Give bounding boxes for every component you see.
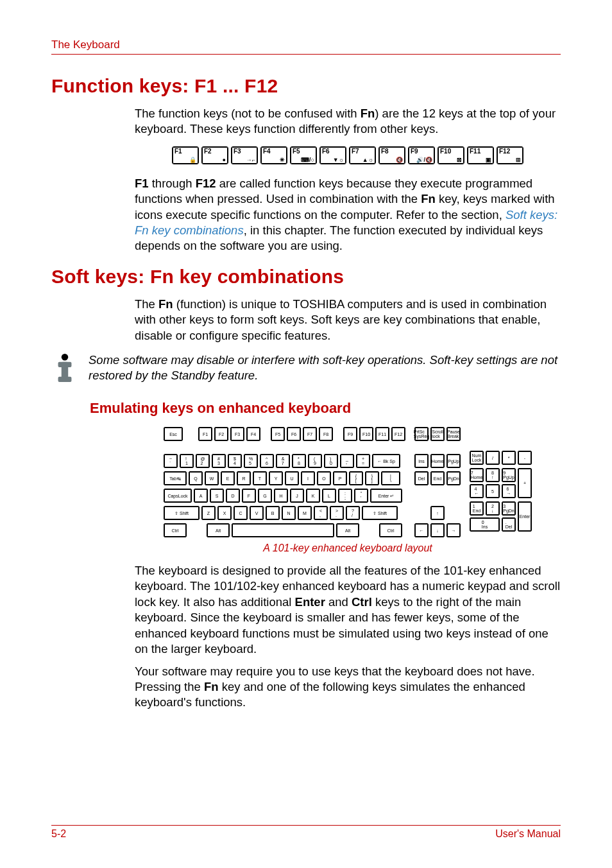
key: D [226,489,240,503]
heading-soft-keys: Soft keys: Fn key combinations [51,266,561,288]
key: !1 [180,454,194,468]
para-soft-intro: The Fn (function) is unique to TOSHIBA c… [135,297,561,343]
key: ~` [164,454,178,468]
key: F10 [359,427,373,441]
key: X [217,506,232,520]
text: The function keys (not to be confused wi… [135,107,361,120]
key: F1 [198,427,212,441]
text-f12: F12 [196,177,216,190]
key: ^6 [260,454,274,468]
key: (9 [308,454,322,468]
key: >. [330,506,344,520]
header-rule [51,54,561,55]
text: (function) is unique to TOSHIBA computer… [135,297,547,342]
key: ↓ [430,523,445,537]
key: 7Home [470,468,484,482]
key: PgDn [446,471,461,485]
text: and [325,595,352,609]
key: ← Bk Sp [372,454,400,468]
function-key-row-illustration: F1🔒F2●F3→⌐F4✳F5⌨/○F6▼☼F7▲☼F8🔇F9🔊/🔇F10⊠F1… [135,146,561,164]
key: ⇧ Shift [362,506,398,520]
key: Alt [207,523,230,537]
key: .Del [502,517,516,532]
key: 3PgDn [502,501,516,516]
key: $4 [228,454,242,468]
key: B [266,506,280,520]
key: Enter ↵ [370,489,402,503]
text-fn: Fn [204,680,219,693]
key: + [518,468,532,498]
key: Y [269,471,283,485]
key: _- [340,454,354,468]
key: {[ [349,471,363,485]
key: PrtScSysReq [414,427,429,441]
key: 8↑ [486,468,500,482]
key: F11 [375,427,389,441]
key: }] [365,471,379,485]
key: V [250,506,264,520]
key: F5 [271,427,285,441]
text-ctrl: Ctrl [352,595,372,609]
key: Ins [414,454,429,468]
key: 0Ins [470,517,500,532]
key [232,523,334,537]
heading-emulating: Emulating keys on enhanced keyboard [90,400,561,417]
fkey-f9: F9🔊/🔇 [408,146,435,164]
key: :; [338,489,352,503]
para-fn-intro: The function keys (not to be confused wi… [135,106,561,137]
key: Esc [164,427,183,441]
key: Home [430,454,445,468]
svg-rect-3 [58,377,72,382]
fkey-f8: F8🔇 [378,146,405,164]
key: F9 [343,427,357,441]
key: PauseBreak [446,427,461,441]
key: "' [354,489,368,503]
para-101-desc: The keyboard is designed to provide all … [135,563,561,657]
key: R [237,471,251,485]
fkey-f3: F3→⌐ [231,146,258,164]
para-simulate: Your software may require you to use key… [135,664,561,711]
page-number: 5-2 [51,828,66,840]
key: ?/ [346,506,360,520]
fkey-f7: F7▲☼ [349,146,376,164]
key: <, [314,506,328,520]
key: PgUp [446,454,461,468]
fkey-f1: F1🔒 [172,146,199,164]
fkey-f11: F11▣ [467,146,494,164]
key: 2↓ [486,501,500,516]
key: H [274,489,288,503]
key: K [306,489,320,503]
key: T [253,471,267,485]
key: Ctrl [164,523,187,537]
key: #3 [212,454,226,468]
running-head: The Keyboard [51,39,561,51]
key: - [518,451,532,465]
key: F12 [391,427,405,441]
key: Ctrl [379,523,402,537]
text-fn: Fn [421,192,436,205]
key: * [502,451,516,465]
key: W [205,471,219,485]
text-fn: Fn [158,297,173,311]
key: N [282,506,296,520]
key: L [322,489,336,503]
text: through [149,177,196,190]
footer-rule [51,825,561,826]
key: Z [201,506,216,520]
key: *8 [292,454,306,468]
fkey-f10: F10⊠ [438,146,464,164]
key: CapsLock [164,489,192,503]
key: 6→ [502,484,516,498]
key: J [290,489,304,503]
key: ↑ [430,506,445,520]
key: F [242,489,256,503]
heading-function-keys: Function keys: F1 ... F12 [51,75,561,97]
key: 1End [470,501,484,516]
fkey-f2: F2● [201,146,228,164]
key: &7 [276,454,290,468]
key: ⇧ Shift [164,506,200,520]
key: += [356,454,370,468]
key: Enter [518,501,532,532]
key: F2 [214,427,228,441]
note-text: Some software may disable or interfere w… [89,352,561,384]
